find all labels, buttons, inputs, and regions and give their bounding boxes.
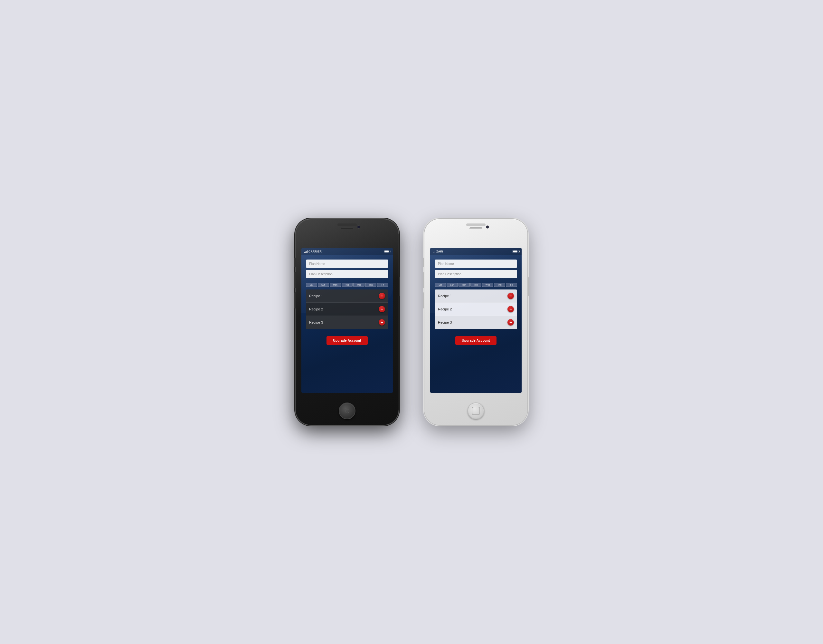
volume-up-button-white[interactable] [423, 272, 425, 288]
recipe-item-1-white: Recipe 1 [435, 290, 517, 303]
mute-button-white[interactable] [423, 258, 425, 267]
signal-bars-black [304, 250, 308, 253]
upgrade-btn-white[interactable]: Upgrade Account [455, 336, 496, 345]
day-wed-white[interactable]: Wed [482, 283, 493, 287]
plan-name-placeholder-black: Plan Name [309, 262, 325, 266]
carrier-black: CARRIER [304, 250, 322, 253]
day-mon-white[interactable]: Mon [458, 283, 470, 287]
battery-icon-black [384, 250, 390, 253]
home-button-black[interactable] [339, 403, 356, 419]
recipe-name-3-black: Recipe 3 [309, 320, 323, 324]
carrier-white: ZAIN [433, 250, 443, 253]
days-row-white: Sat Sun Mon Tue Wed Thu Fri [435, 283, 517, 287]
day-fri-black[interactable]: Fri [377, 283, 388, 287]
status-bar-black: CARRIER [301, 248, 393, 255]
plan-name-placeholder-white: Plan Name [438, 262, 454, 266]
plan-name-field-black[interactable]: Plan Name [306, 259, 388, 268]
day-thu-white[interactable]: Thu [494, 283, 505, 287]
home-button-white[interactable] [467, 403, 484, 419]
battery-icon-white [513, 250, 519, 253]
phone-white: ZAIN Plan Name Plan Description Sat Sun … [425, 219, 527, 425]
plan-desc-field-black[interactable]: Plan Description [306, 270, 388, 278]
delete-recipe-3-white[interactable] [507, 319, 514, 325]
power-button-black[interactable] [398, 277, 400, 296]
day-wed-black[interactable]: Wed [353, 283, 365, 287]
day-tue-black[interactable]: Tue [342, 283, 353, 287]
screen-content-white: Plan Name Plan Description Sat Sun Mon T… [430, 255, 522, 393]
signal-bars-white [433, 250, 435, 253]
recipe-name-1-black: Recipe 1 [309, 294, 323, 298]
volume-down-button-white[interactable] [423, 292, 425, 308]
carrier-name-black: CARRIER [308, 250, 322, 253]
recipe-item-3-white: Recipe 3 [435, 316, 517, 329]
day-thu-black[interactable]: Thu [365, 283, 376, 287]
camera-white [486, 225, 489, 228]
recipe-item-2-white: Recipe 2 [435, 303, 517, 316]
screen-black: CARRIER Plan Name Plan Description Sat S… [301, 248, 393, 393]
recipe-name-2-black: Recipe 2 [309, 307, 323, 311]
day-sat-white[interactable]: Sat [435, 283, 446, 287]
volume-down-button-black[interactable] [294, 292, 296, 308]
day-sun-white[interactable]: Sun [447, 283, 458, 287]
speaker-white [469, 227, 482, 229]
day-sat-black[interactable]: Sat [306, 283, 317, 287]
recipe-item-1-black: Recipe 1 [306, 290, 388, 303]
plan-name-field-white[interactable]: Plan Name [435, 259, 517, 268]
carrier-name-white: ZAIN [436, 250, 443, 253]
scene: CARRIER Plan Name Plan Description Sat S… [276, 199, 547, 445]
days-row-black: Sat Sun Mon Tue Wed Thu Fri [306, 283, 388, 287]
plan-desc-field-white[interactable]: Plan Description [435, 270, 517, 278]
delete-recipe-2-black[interactable] [379, 306, 385, 312]
plan-desc-placeholder-black: Plan Description [309, 272, 333, 276]
mute-button-black[interactable] [294, 258, 296, 267]
day-tue-white[interactable]: Tue [471, 283, 482, 287]
camera-black [357, 225, 360, 228]
day-sun-black[interactable]: Sun [318, 283, 329, 287]
power-button-white[interactable] [527, 277, 529, 296]
delete-recipe-1-black[interactable] [379, 293, 385, 299]
day-mon-black[interactable]: Mon [330, 283, 341, 287]
day-fri-white[interactable]: Fri [506, 283, 517, 287]
recipe-name-3-white: Recipe 3 [438, 320, 452, 324]
delete-recipe-2-white[interactable] [507, 306, 514, 312]
volume-up-button-black[interactable] [294, 272, 296, 288]
delete-recipe-3-black[interactable] [379, 319, 385, 325]
phone-black: CARRIER Plan Name Plan Description Sat S… [296, 219, 398, 425]
recipe-name-2-white: Recipe 2 [438, 307, 452, 311]
status-bar-white: ZAIN [430, 248, 522, 255]
recipe-list-black: Recipe 1 Recipe 2 Recipe 3 [306, 290, 388, 329]
screen-content-black: Plan Name Plan Description Sat Sun Mon T… [301, 255, 393, 393]
delete-recipe-1-white[interactable] [507, 293, 514, 299]
recipe-name-1-white: Recipe 1 [438, 294, 452, 298]
recipe-item-2-black: Recipe 2 [306, 303, 388, 316]
speaker-black [341, 227, 354, 229]
screen-white: ZAIN Plan Name Plan Description Sat Sun … [430, 248, 522, 393]
upgrade-btn-black[interactable]: Upgrade Account [326, 336, 367, 345]
plan-desc-placeholder-white: Plan Description [438, 272, 461, 276]
recipe-list-white: Recipe 1 Recipe 2 Recipe 3 [435, 290, 517, 329]
recipe-item-3-black: Recipe 3 [306, 316, 388, 329]
